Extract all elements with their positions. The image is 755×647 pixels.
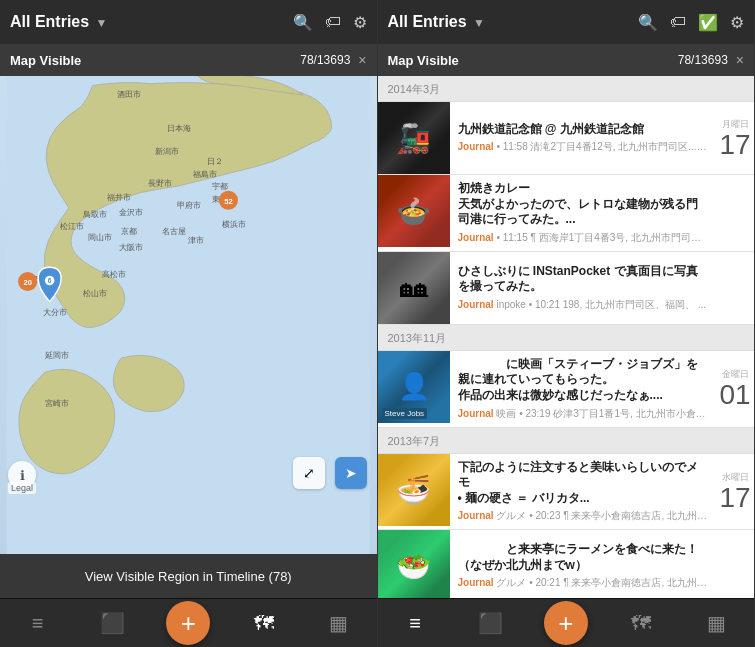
right-title: All Entries ▼ (388, 13, 639, 31)
list-item[interactable]: 🍲 初焼きカレー 天気がよかったので、レトロな建物が残る門司港に行ってみた。..… (378, 175, 755, 252)
journal-tag: Journal (458, 408, 494, 419)
left-panel: All Entries ▼ 🔍 🏷 ⚙ Map Visible 78/13693… (0, 0, 378, 647)
add-button-left[interactable]: + (166, 601, 210, 645)
svg-text:松江市: 松江市 (60, 222, 84, 231)
map-navigate-button[interactable]: ➤ (335, 457, 367, 489)
left-tag-icon[interactable]: 🏷 (325, 13, 341, 31)
entry-meta: Journal • 11:58 清滝2丁目4番12号, 北九州市門司区... ✧… (458, 140, 709, 154)
svg-text:名古屋: 名古屋 (162, 227, 186, 236)
tab-photo-right[interactable]: ⬛ (453, 599, 528, 647)
tab-map-left[interactable]: 🗺 (226, 599, 301, 647)
entry-meta-tag2: 映画 (496, 408, 516, 419)
right-top-icons: 🔍 🏷 ✅ ⚙ (638, 13, 744, 32)
right-chevron-icon[interactable]: ▼ (473, 16, 485, 30)
journal-tag: Journal (458, 510, 494, 521)
left-search-icon[interactable]: 🔍 (293, 13, 313, 32)
entry-content: 九州鉄道記念館 @ 九州鉄道記念館 Journal • 11:58 清滝2丁目4… (450, 102, 717, 174)
svg-text:6: 6 (48, 277, 52, 284)
tab-add-right[interactable]: + (528, 599, 603, 647)
entry-meta-text: • 23:19 砂津3丁目1番1号, 北九州市小倉北区... (519, 408, 708, 419)
svg-text:日２: 日２ (207, 157, 223, 166)
list-item[interactable]: 🍜 下記のように注文すると美味いらしいのでメモ • 麺の硬さ ＝ バリカタ...… (378, 454, 755, 531)
list-item[interactable]: 🚂 九州鉄道記念館 @ 九州鉄道記念館 Journal • 11:58 清滝2丁… (378, 102, 755, 175)
entry-meta: Journal 映画 • 23:19 砂津3丁目1番1号, 北九州市小倉北区..… (458, 407, 709, 421)
map-icon-right: 🗺 (631, 612, 651, 635)
entry-day: 17 (719, 484, 750, 512)
svg-text:大分市: 大分市 (43, 308, 67, 317)
left-title: All Entries ▼ (10, 13, 293, 31)
entry-day: 17 (719, 131, 750, 159)
entry-thumbnail: 🏘 (378, 252, 450, 324)
timeline-button[interactable]: View Visible Region in Timeline (78) (0, 554, 377, 598)
map-canvas: 酒田市 日本海 新潟市 日２ 福島市 長野市 宇都 福井市 金沢市 甲府市 東京… (0, 76, 377, 554)
map-area[interactable]: 酒田市 日本海 新潟市 日２ 福島市 長野市 宇都 福井市 金沢市 甲府市 東京… (0, 76, 377, 554)
svg-text:日本海: 日本海 (167, 124, 191, 133)
journal-tag: Journal (458, 577, 494, 588)
svg-text:宇都: 宇都 (212, 182, 228, 191)
entry-thumbnail: 🍲 (378, 175, 450, 247)
calendar-icon: ▦ (329, 611, 348, 635)
journal-list: 2014年3月 🚂 九州鉄道記念館 @ 九州鉄道記念館 Journal • 11… (378, 76, 755, 598)
right-check-icon[interactable]: ✅ (698, 13, 718, 32)
right-sub-bar: Map Visible 78/13693 × (378, 44, 755, 76)
entry-title: 初焼きカレー 天気がよかったので、レトロな建物が残る門司港に行ってみた。... (458, 181, 709, 228)
tab-list-left[interactable]: ≡ (0, 599, 75, 647)
svg-text:延岡市: 延岡市 (44, 351, 69, 360)
tab-photo-left[interactable]: ⬛ (75, 599, 150, 647)
svg-text:津市: 津市 (188, 236, 204, 245)
entry-meta-text: • 20:21 ¶ 来来亭小倉南徳吉店, 北九州市小... (529, 577, 708, 588)
svg-text:福井市: 福井市 (107, 193, 131, 202)
tab-add-left[interactable]: + (151, 599, 226, 647)
map-expand-button[interactable]: ⤢ (293, 457, 325, 489)
entry-date: 金曜日 01 (716, 351, 754, 427)
left-tab-bar: ≡ ⬛ + 🗺 ▦ (0, 598, 377, 647)
entry-meta: Journal • 11:15 ¶ 西海岸1丁目4番3号, 北九州市門司区... (458, 231, 709, 245)
entry-content: 下記のように注文すると美味いらしいのでメモ • 麺の硬さ ＝ バリカタ... J… (450, 454, 717, 530)
entry-title: 九州鉄道記念館 @ 九州鉄道記念館 (458, 122, 709, 138)
list-icon-right: ≡ (409, 612, 421, 635)
right-settings-icon[interactable]: ⚙ (730, 13, 744, 32)
journal-tag: Journal (458, 299, 494, 310)
map-icon: 🗺 (254, 612, 274, 635)
svg-text:京都: 京都 (121, 227, 137, 236)
entry-date: 水曜日 17 (716, 454, 754, 530)
entry-date (716, 175, 754, 251)
svg-text:鳥取市: 鳥取市 (82, 210, 107, 219)
entry-thumbnail: Steve Jobs 👤 (378, 351, 450, 423)
svg-text:20: 20 (23, 278, 31, 287)
tab-calendar-right[interactable]: ▦ (679, 599, 754, 647)
right-close-icon[interactable]: × (736, 52, 744, 68)
entry-meta: Journal グルメ • 20:23 ¶ 来来亭小倉南徳吉店, 北九州市小..… (458, 509, 709, 523)
map-legal: Legal (8, 482, 36, 494)
list-item[interactable]: Steve Jobs 👤 に映画「スティーブ・ジョブズ」を親に連れていってもらっ… (378, 351, 755, 428)
svg-text:新潟市: 新潟市 (155, 147, 179, 156)
tab-list-right[interactable]: ≡ (378, 599, 453, 647)
right-search-icon[interactable]: 🔍 (638, 13, 658, 32)
list-item[interactable]: 🏘 ひさしぶりに INStanPocket で真面目に写真を撮ってみた。 Jou… (378, 252, 755, 325)
svg-text:高松市: 高松市 (102, 270, 126, 279)
left-settings-icon[interactable]: ⚙ (353, 13, 367, 32)
map-controls: ⤢ ➤ (293, 457, 367, 489)
entry-meta: Journal inpoke • 10:21 198, 北九州市門司区、福岡、 … (458, 298, 709, 312)
photo-icon-right: ⬛ (478, 611, 503, 635)
entry-thumbnail: 🚂 (378, 102, 450, 174)
right-top-bar: All Entries ▼ 🔍 🏷 ✅ ⚙ (378, 0, 755, 44)
left-chevron-icon[interactable]: ▼ (96, 16, 108, 30)
left-close-icon[interactable]: × (358, 52, 366, 68)
entry-thumbnail: 🍜 (378, 454, 450, 526)
add-button-right[interactable]: + (544, 601, 588, 645)
list-item[interactable]: 🥗 と来来亭にラーメンを食べに来た！ （なぜか北九州までw） Journal グ… (378, 530, 755, 598)
right-tab-bar: ≡ ⬛ + 🗺 ▦ (378, 598, 755, 647)
photo-icon: ⬛ (100, 611, 125, 635)
svg-text:大阪市: 大阪市 (119, 243, 143, 252)
tab-map-right[interactable]: 🗺 (603, 599, 678, 647)
svg-text:宮崎市: 宮崎市 (45, 399, 69, 408)
right-panel: All Entries ▼ 🔍 🏷 ✅ ⚙ Map Visible 78/136… (378, 0, 756, 647)
right-tag-icon[interactable]: 🏷 (670, 13, 686, 31)
tab-calendar-left[interactable]: ▦ (301, 599, 376, 647)
svg-text:52: 52 (224, 197, 232, 206)
svg-text:酒田市: 酒田市 (117, 90, 141, 99)
entry-meta-text: • 11:15 ¶ 西海岸1丁目4番3号, 北九州市門司区... (496, 232, 708, 243)
list-icon: ≡ (32, 612, 44, 635)
entry-title: 下記のように注文すると美味いらしいのでメモ • 麺の硬さ ＝ バリカタ... (458, 460, 709, 507)
